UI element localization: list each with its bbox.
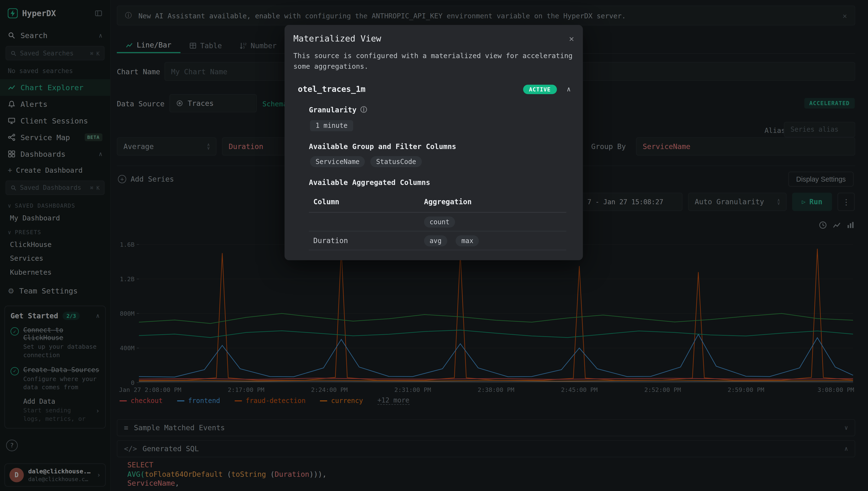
aggregation-cell: count — [420, 212, 566, 231]
active-status-badge: ACTIVE — [523, 84, 557, 94]
aggregated-label: Available Aggregated Columns — [309, 178, 430, 186]
granularity-label: Granularity — [309, 106, 357, 114]
group-filter-section-title: Available Group and Filter Columns — [309, 142, 574, 150]
column-header: Column — [309, 193, 420, 212]
column-chip: StatusCode — [370, 156, 422, 167]
view-name: otel_traces_1m — [298, 85, 365, 93]
group-filter-label: Available Group and Filter Columns — [309, 142, 456, 150]
granularity-chip-row: 1 minute — [310, 120, 574, 131]
aggregation-chip: avg — [424, 235, 447, 246]
aggregation-header: Aggregation — [420, 193, 566, 212]
table-row: count — [309, 212, 566, 231]
materialized-view-row: otel_traces_1m ACTIVE ∧ — [293, 84, 574, 94]
aggregation-chip: max — [456, 235, 479, 246]
aggregated-columns-table: Column Aggregation count Duration avg ma… — [309, 193, 566, 250]
group-filter-chip-row: ServiceName StatusCode — [310, 156, 574, 167]
column-cell: Duration — [309, 231, 420, 250]
info-icon: ⓘ — [360, 105, 367, 114]
modal-close-icon[interactable]: ✕ — [569, 34, 574, 44]
aggregation-chip: count — [424, 216, 455, 227]
app-root: HyperDX Search ∧ ⌘ K No saved searches C… — [0, 0, 868, 491]
chevron-up-icon[interactable]: ∧ — [567, 85, 571, 93]
modal-title: Materialized View — [293, 34, 381, 44]
materialized-view-modal: Materialized View ✕ This source is confi… — [285, 25, 583, 260]
table-row: Duration avg max — [309, 231, 566, 250]
column-chip: ServiceName — [310, 156, 365, 167]
aggregation-cell: avg max — [420, 231, 566, 250]
aggregated-section-title: Available Aggregated Columns — [309, 178, 574, 186]
granularity-section-title: Granularity ⓘ — [309, 105, 574, 114]
modal-header: Materialized View ✕ — [293, 34, 574, 44]
modal-description: This source is configured with a materia… — [293, 51, 574, 71]
column-cell — [309, 212, 420, 231]
granularity-chip: 1 minute — [310, 120, 353, 131]
